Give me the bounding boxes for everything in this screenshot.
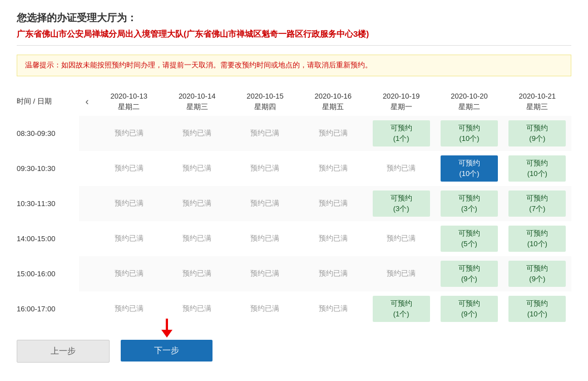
date-header-4: 2020-10-19星期一 xyxy=(367,87,435,116)
cell-available[interactable]: 可预约(3个) xyxy=(373,190,430,217)
button-row: 上一步 下一步 xyxy=(17,340,571,374)
table-row: 14:00-15:00预约已满预约已满预约已满预约已满预约已满可预约(5个)可预… xyxy=(17,221,571,256)
time-cell-5: 16:00-17:00 xyxy=(17,291,79,326)
cell-full-label: 预约已满 xyxy=(387,269,416,277)
table-row: 16:00-17:00预约已满预约已满预约已满预约已满可预约(1个)可预约(9个… xyxy=(17,291,571,326)
calendar-cell-2-2: 预约已满 xyxy=(231,186,299,221)
time-cell-1: 09:30-10:30 xyxy=(17,151,79,186)
cell-full-label: 预约已满 xyxy=(182,304,211,312)
cell-available[interactable]: 可预约(9个) xyxy=(441,296,498,322)
cell-available[interactable]: 可预约(9个) xyxy=(508,120,566,146)
calendar-cell-0-6[interactable]: 可预约(9个) xyxy=(503,116,571,151)
time-col-header: 时间 / 日期 xyxy=(17,87,79,116)
cell-available[interactable]: 可预约(10个) xyxy=(508,296,566,322)
cell-full-label: 预约已满 xyxy=(250,199,279,207)
nav-prev-cell[interactable]: ‹ xyxy=(79,87,95,116)
next-button-wrapper: 下一步 xyxy=(121,340,213,363)
calendar-cell-3-1: 预约已满 xyxy=(163,221,231,256)
page-label: 您选择的办证受理大厅为： xyxy=(17,11,571,25)
prev-button[interactable]: 上一步 xyxy=(17,340,110,363)
calendar-cell-1-6[interactable]: 可预约(10个) xyxy=(503,151,571,186)
nav-spacer xyxy=(79,116,95,151)
cell-full-label: 预约已满 xyxy=(115,234,144,242)
warning-box: 温馨提示：如因故未能按照预约时间办理，请提前一天取消。需要改预约时间或地点的，请… xyxy=(17,55,571,76)
calendar-cell-5-4[interactable]: 可预约(1个) xyxy=(367,291,435,326)
table-row: 08:30-09:30预约已满预约已满预约已满预约已满可预约(1个)可预约(10… xyxy=(17,116,571,151)
cell-full-label: 预约已满 xyxy=(115,269,144,277)
cell-full-label: 预约已满 xyxy=(387,164,416,172)
date-header-6: 2020-10-21星期三 xyxy=(503,87,571,116)
cell-full-label: 预约已满 xyxy=(250,304,279,312)
cell-full-label: 预约已满 xyxy=(250,164,279,172)
calendar-cell-0-1: 预约已满 xyxy=(163,116,231,151)
calendar-cell-3-0: 预约已满 xyxy=(95,221,163,256)
time-cell-4: 15:00-16:00 xyxy=(17,256,79,291)
calendar-cell-2-6[interactable]: 可预约(7个) xyxy=(503,186,571,221)
calendar-cell-4-0: 预约已满 xyxy=(95,256,163,291)
cell-available[interactable]: 可预约(1个) xyxy=(373,120,430,146)
calendar-cell-3-2: 预约已满 xyxy=(231,221,299,256)
arrow-head xyxy=(161,330,172,338)
cell-full-label: 预约已满 xyxy=(115,164,144,172)
calendar-cell-1-1: 预约已满 xyxy=(163,151,231,186)
calendar-cell-5-2: 预约已满 xyxy=(231,291,299,326)
calendar-cell-5-1: 预约已满 xyxy=(163,291,231,326)
cell-full-label: 预约已满 xyxy=(250,234,279,242)
cell-full-label: 预约已满 xyxy=(115,304,144,312)
calendar-cell-5-5[interactable]: 可预约(9个) xyxy=(435,291,503,326)
calendar-cell-1-3: 预约已满 xyxy=(299,151,367,186)
calendar-cell-2-5[interactable]: 可预约(3个) xyxy=(435,186,503,221)
calendar-cell-1-5[interactable]: 可预约(10个) xyxy=(435,151,503,186)
date-header-5: 2020-10-20星期二 xyxy=(435,87,503,116)
prev-nav-button[interactable]: ‹ xyxy=(83,96,91,108)
cell-full-label: 预约已满 xyxy=(115,129,144,137)
cell-full-label: 预约已满 xyxy=(319,164,348,172)
nav-spacer xyxy=(79,291,95,326)
calendar-cell-4-1: 预约已满 xyxy=(163,256,231,291)
cell-available[interactable]: 可预约(7个) xyxy=(508,190,566,217)
calendar-cell-1-0: 预约已满 xyxy=(95,151,163,186)
calendar-cell-3-6[interactable]: 可预约(10个) xyxy=(503,221,571,256)
time-cell-3: 14:00-15:00 xyxy=(17,221,79,256)
cell-full-label: 预约已满 xyxy=(319,129,348,137)
cell-available[interactable]: 可预约(9个) xyxy=(441,261,498,287)
calendar-cell-4-3: 预约已满 xyxy=(299,256,367,291)
calendar-cell-0-5[interactable]: 可预约(10个) xyxy=(435,116,503,151)
calendar-cell-0-4[interactable]: 可预约(1个) xyxy=(367,116,435,151)
cell-available[interactable]: 可预约(9个) xyxy=(508,261,566,287)
cell-full-label: 预约已满 xyxy=(182,269,211,277)
calendar-cell-5-0: 预约已满 xyxy=(95,291,163,326)
cell-available[interactable]: 可预约(10个) xyxy=(441,120,498,146)
time-cell-0: 08:30-09:30 xyxy=(17,116,79,151)
cell-available[interactable]: 可预约(10个) xyxy=(441,155,498,182)
calendar-cell-3-4: 预约已满 xyxy=(367,221,435,256)
cell-full-label: 预约已满 xyxy=(319,269,348,277)
date-header-3: 2020-10-16星期五 xyxy=(299,87,367,116)
cell-full-label: 预约已满 xyxy=(115,199,144,207)
cell-available[interactable]: 可预约(10个) xyxy=(508,155,566,182)
cell-full-label: 预约已满 xyxy=(387,234,416,242)
table-row: 10:30-11:30预约已满预约已满预约已满预约已满可预约(3个)可预约(3个… xyxy=(17,186,571,221)
calendar-cell-0-0: 预约已满 xyxy=(95,116,163,151)
calendar-cell-2-4[interactable]: 可预约(3个) xyxy=(367,186,435,221)
cell-full-label: 预约已满 xyxy=(250,269,279,277)
calendar-cell-5-6[interactable]: 可预约(10个) xyxy=(503,291,571,326)
cell-available[interactable]: 可预约(1个) xyxy=(373,296,430,322)
calendar-cell-0-3: 预约已满 xyxy=(299,116,367,151)
nav-spacer xyxy=(79,151,95,186)
nav-spacer xyxy=(79,186,95,221)
next-button[interactable]: 下一步 xyxy=(121,340,213,362)
date-header-2: 2020-10-15星期四 xyxy=(231,87,299,116)
calendar-cell-4-5[interactable]: 可预约(9个) xyxy=(435,256,503,291)
cell-full-label: 预约已满 xyxy=(182,164,211,172)
calendar-cell-4-6[interactable]: 可预约(9个) xyxy=(503,256,571,291)
table-row: 09:30-10:30预约已满预约已满预约已满预约已满预约已满可预约(10个)可… xyxy=(17,151,571,186)
calendar-cell-0-2: 预约已满 xyxy=(231,116,299,151)
cell-available[interactable]: 可预约(10个) xyxy=(508,226,566,252)
cell-available[interactable]: 可预约(5个) xyxy=(441,226,498,252)
calendar-cell-3-5[interactable]: 可预约(5个) xyxy=(435,221,503,256)
cell-full-label: 预约已满 xyxy=(319,234,348,242)
arrow-indicator xyxy=(161,319,172,338)
calendar-cell-4-4: 预约已满 xyxy=(367,256,435,291)
cell-available[interactable]: 可预约(3个) xyxy=(441,190,498,217)
